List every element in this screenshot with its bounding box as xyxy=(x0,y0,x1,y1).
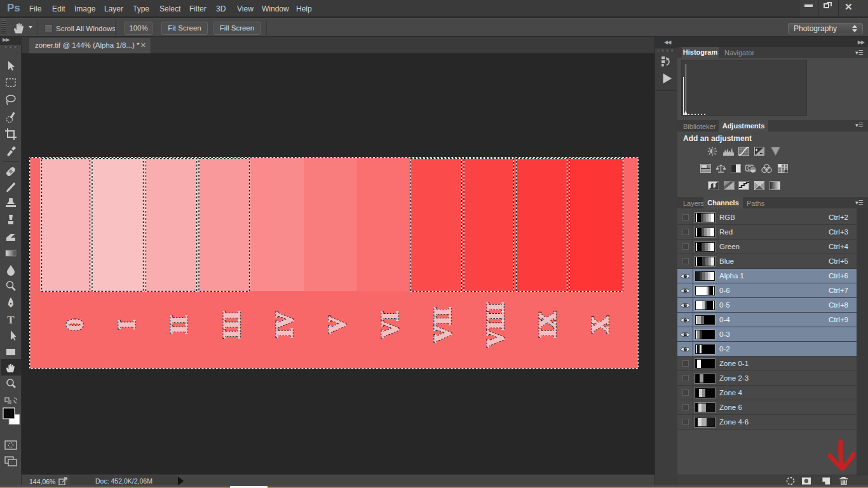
svg-text:II: II xyxy=(166,316,192,334)
svg-text:0: 0 xyxy=(62,319,88,331)
svg-text:X: X xyxy=(587,316,613,333)
svg-text:VI: VI xyxy=(377,311,403,337)
svg-text:IX: IX xyxy=(534,311,560,337)
svg-text:I: I xyxy=(114,320,140,329)
svg-text:III: III xyxy=(219,311,245,338)
svg-text:V: V xyxy=(324,316,350,333)
svg-text:T: T xyxy=(7,314,15,326)
svg-text:VII: VII xyxy=(430,307,456,342)
svg-text:VIII: VIII xyxy=(482,302,508,347)
svg-text:IV: IV xyxy=(271,311,297,337)
